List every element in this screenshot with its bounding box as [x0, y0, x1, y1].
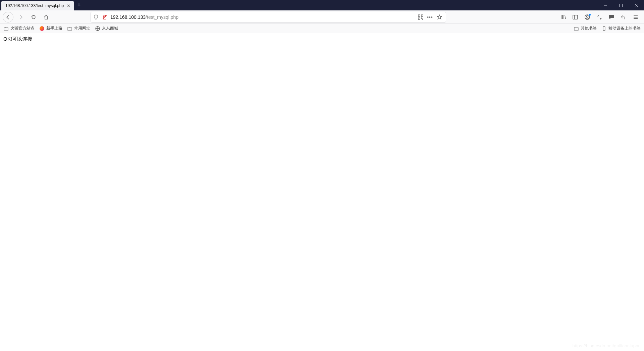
watermark: https://blog.csdn.net/guiliaoniupou	[572, 343, 641, 348]
chat-icon[interactable]	[607, 13, 616, 21]
toolbar-right-icons	[559, 13, 641, 21]
folder-icon	[3, 26, 9, 31]
bookmark-star-icon[interactable]	[436, 14, 442, 20]
bookmark-item[interactable]: 京东商城	[95, 26, 118, 31]
bookmark-item[interactable]: 火狐官方站点	[3, 26, 35, 31]
page-actions-icon[interactable]: •••	[427, 14, 433, 20]
bookmark-label: 常用网址	[74, 26, 90, 31]
svg-rect-1	[620, 4, 623, 7]
bookmark-label: 京东商城	[102, 26, 118, 31]
close-tab-icon[interactable]: ✕	[66, 3, 71, 8]
account-icon[interactable]	[583, 13, 592, 21]
maximize-button[interactable]	[613, 0, 629, 10]
svg-rect-16	[573, 15, 578, 19]
shield-icon[interactable]	[93, 14, 99, 20]
svg-rect-10	[422, 19, 423, 19]
reload-button[interactable]	[28, 12, 39, 23]
notification-dot-icon	[589, 14, 591, 16]
back-button[interactable]	[3, 12, 13, 23]
forward-button[interactable]	[15, 12, 26, 23]
undo-close-icon[interactable]	[619, 13, 628, 21]
bookmark-label: 新手上路	[46, 26, 62, 31]
bookmark-item[interactable]: 新手上路	[39, 26, 62, 31]
page-body: OK!可以连接	[0, 33, 644, 45]
url-bar[interactable]: 192.168.100.133/test_mysql.php •••	[91, 12, 446, 23]
bookmark-other[interactable]: 其他书签	[574, 26, 597, 31]
minimize-button[interactable]	[598, 0, 613, 10]
url-host: 192.168.100.133	[110, 14, 146, 20]
library-icon[interactable]	[559, 13, 568, 21]
folder-icon	[574, 26, 579, 31]
url-path: /test_mysql.php	[146, 14, 178, 20]
url-text[interactable]: 192.168.100.133/test_mysql.php	[110, 14, 415, 20]
svg-rect-7	[421, 15, 423, 16]
bookmark-label: 移动设备上的书签	[608, 26, 641, 31]
svg-point-19	[587, 15, 588, 17]
page-text: OK!可以连接	[3, 36, 32, 42]
bookmarks-bar: 火狐官方站点 新手上路 常用网址 京东商城 其他书签 移动设备上的书签	[0, 24, 644, 33]
svg-rect-8	[418, 18, 420, 19]
tab-title: 192.168.100.133/test_mysql.php	[5, 3, 64, 8]
svg-marker-11	[437, 15, 442, 19]
url-right-icons: •••	[418, 14, 444, 20]
mobile-icon	[601, 26, 607, 31]
home-button[interactable]	[41, 12, 52, 23]
bookmark-label: 火狐官方站点	[10, 26, 35, 31]
bookmark-item[interactable]: 常用网址	[67, 26, 90, 31]
svg-rect-9	[421, 18, 422, 18]
folder-icon	[67, 26, 72, 31]
nav-toolbar: 192.168.100.133/test_mysql.php •••	[0, 10, 644, 24]
screenshot-icon[interactable]	[595, 13, 604, 21]
window-controls	[598, 0, 644, 10]
svg-rect-6	[418, 15, 420, 16]
firefox-icon	[39, 26, 45, 31]
svg-line-15	[565, 15, 566, 19]
bookmark-mobile[interactable]: 移动设备上的书签	[601, 26, 641, 31]
menu-icon[interactable]	[631, 13, 640, 21]
new-tab-button[interactable]: +	[74, 0, 84, 10]
insecure-lock-icon[interactable]	[102, 14, 108, 20]
title-bar: 192.168.100.133/test_mysql.php ✕ +	[0, 0, 644, 10]
tabs-area: 192.168.100.133/test_mysql.php ✕ +	[0, 0, 84, 10]
globe-icon	[95, 26, 100, 31]
sidebar-icon[interactable]	[571, 13, 580, 21]
close-window-button[interactable]	[629, 0, 644, 10]
bookmark-label: 其他书签	[581, 26, 597, 31]
browser-tab[interactable]: 192.168.100.133/test_mysql.php ✕	[1, 1, 74, 10]
qr-icon[interactable]	[418, 14, 424, 20]
